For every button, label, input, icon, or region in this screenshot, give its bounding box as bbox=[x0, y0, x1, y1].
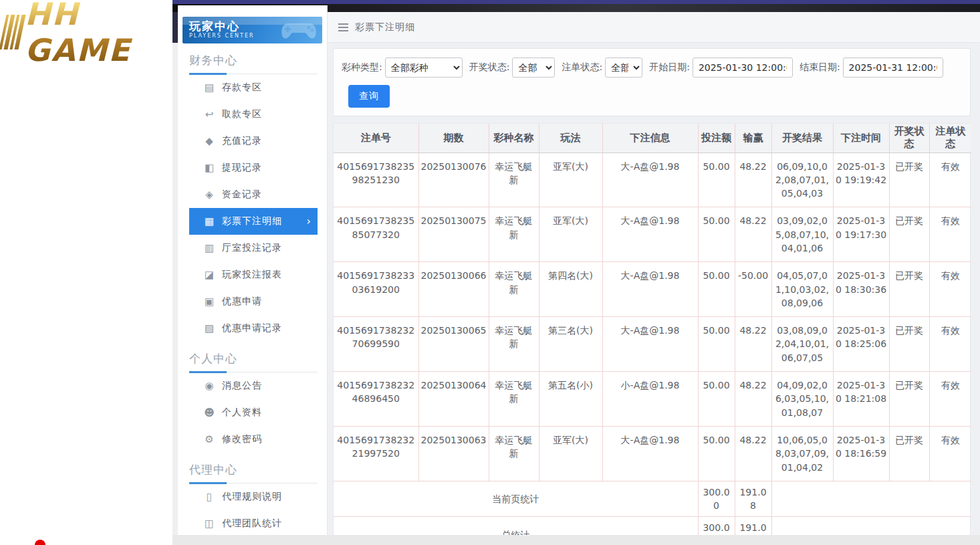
recharge-record-icon: ◆ bbox=[203, 135, 216, 147]
sidebar-item-label: 优惠申请 bbox=[222, 296, 262, 308]
sidebar-item[interactable]: ▦ 彩票下注明细 bbox=[189, 208, 318, 235]
section-personal-label: 个人中心 bbox=[189, 351, 327, 366]
cell-bet-info: 大-A盘@1.98 bbox=[602, 152, 698, 207]
hamburger-icon[interactable] bbox=[338, 23, 348, 31]
sidebar-item[interactable]: ▯ 代理规则说明 bbox=[189, 483, 318, 510]
cell-play: 亚军(大) bbox=[539, 152, 602, 207]
cell-lottery-name: 幸运飞艇新 bbox=[489, 372, 539, 427]
sidebar-item[interactable]: ◧ 提现记录 bbox=[189, 154, 318, 181]
cell-bet-amount: 50.00 bbox=[698, 262, 735, 317]
sidebar-item-label: 代理规则说明 bbox=[222, 491, 282, 503]
summary-row: 当前页统计 300.00 191.08 bbox=[334, 481, 971, 517]
sidebar-item-label: 彩票下注明细 bbox=[222, 215, 282, 227]
column-header: 下注信息 bbox=[602, 124, 698, 152]
withdraw-icon: ↩ bbox=[203, 108, 216, 120]
agent-rules-icon: ▯ bbox=[203, 491, 216, 503]
topbar: 彩票下注明细 bbox=[328, 12, 980, 43]
sidebar-item[interactable]: ◆ 充值记录 bbox=[189, 128, 318, 154]
cell-lottery-name: 幸运飞艇新 bbox=[489, 152, 539, 207]
summary-label: 总统计 bbox=[334, 517, 698, 535]
sidebar-item[interactable]: ◫ 代理团队统计 bbox=[189, 510, 318, 535]
cell-period: 20250130076 bbox=[418, 152, 489, 207]
logo-stripes-icon bbox=[3, 15, 22, 49]
personal-menu: ◉ 消息公告 ☻ 个人资料 ⚙ 修改密码 bbox=[178, 372, 327, 453]
cell-order-status: 有效 bbox=[929, 262, 971, 317]
red-badge-icon bbox=[35, 540, 45, 545]
summary-winloss: 191.08 bbox=[735, 481, 771, 517]
column-header: 期数 bbox=[418, 124, 489, 152]
cell-winloss: 48.22 bbox=[735, 372, 771, 427]
agent-team-icon: ◫ bbox=[203, 518, 216, 530]
sidebar-item-label: 修改密码 bbox=[222, 433, 262, 445]
search-button[interactable]: 查询 bbox=[348, 85, 390, 108]
cell-bet-info: 大-A盘@1.98 bbox=[602, 317, 698, 372]
brand-logo: HH GAME bbox=[3, 12, 172, 52]
draw-status-label: 开奖状态: bbox=[469, 62, 510, 74]
cell-draw-status: 已开奖 bbox=[889, 207, 929, 262]
cell-order-no: 401569173823246896450 bbox=[334, 372, 418, 427]
password-icon: ⚙ bbox=[203, 433, 216, 445]
lottery-bets-icon: ▦ bbox=[203, 215, 216, 227]
player-report-icon: ◪ bbox=[203, 269, 216, 281]
column-header: 下注时间 bbox=[833, 124, 889, 152]
sidebar-item[interactable]: ◈ 资金记录 bbox=[189, 181, 318, 208]
cell-winloss: 48.22 bbox=[735, 207, 771, 262]
brand-panel: HH GAME bbox=[0, 0, 172, 545]
cell-winloss: -50.00 bbox=[735, 262, 771, 317]
order-status-select[interactable]: 全部 bbox=[605, 58, 642, 78]
table-summary: 当前页统计 300.00 191.08 总统计 300.00 191.08 bbox=[334, 481, 971, 535]
column-header: 注单号 bbox=[334, 124, 418, 152]
sidebar-item-label: 取款专区 bbox=[222, 108, 262, 120]
promo-records-icon: ▨ bbox=[203, 322, 216, 334]
bottom-band bbox=[172, 535, 980, 545]
agent-menu: ▯ 代理规则说明 ◫ 代理团队统计 bbox=[178, 483, 327, 535]
cell-bet-info: 小-A盘@1.98 bbox=[602, 372, 698, 427]
table-row: 401569173823221997520 20250130063 幸运飞艇新 … bbox=[334, 426, 971, 481]
sidebar-item[interactable]: ◪ 玩家投注报表 bbox=[189, 261, 318, 288]
hall-bets-icon: ▥ bbox=[203, 242, 216, 254]
table-body: 401569173823598251230 20250130076 幸运飞艇新 … bbox=[334, 152, 971, 481]
sidebar-item-label: 优惠申请记录 bbox=[222, 322, 282, 334]
cell-result: 03,08,09,02,04,10,01,06,07,05 bbox=[771, 317, 833, 372]
sidebar-item[interactable]: ▨ 优惠申请记录 bbox=[189, 315, 318, 342]
funds-record-icon: ◈ bbox=[203, 189, 216, 201]
cell-result: 04,09,02,06,03,05,10,01,08,07 bbox=[771, 372, 833, 427]
sidebar-item[interactable]: ☻ 个人资料 bbox=[189, 399, 318, 426]
sidebar-item[interactable]: ◉ 消息公告 bbox=[189, 372, 318, 399]
sidebar-item[interactable]: ▤ 存款专区 bbox=[189, 74, 318, 101]
cell-result: 04,05,07,01,10,03,02,08,09,06 bbox=[771, 262, 833, 317]
cell-order-no: 401569173823270699590 bbox=[334, 317, 418, 372]
sidebar-item-label: 代理团队统计 bbox=[222, 518, 282, 530]
column-header: 彩种名称 bbox=[489, 124, 539, 152]
cell-play: 第五名(小) bbox=[539, 372, 602, 427]
end-date-input[interactable] bbox=[843, 58, 943, 78]
sidebar-item[interactable]: ▣ 优惠申请 bbox=[189, 288, 318, 315]
table-row: 401569173823585077320 20250130075 幸运飞艇新 … bbox=[334, 207, 971, 262]
lottery-type-label: 彩种类型: bbox=[342, 62, 382, 74]
cell-lottery-name: 幸运飞艇新 bbox=[489, 317, 539, 372]
draw-status-select[interactable]: 全部 bbox=[512, 58, 555, 78]
order-status-label: 注单状态: bbox=[562, 62, 602, 74]
start-date-input[interactable] bbox=[693, 58, 793, 78]
cell-winloss: 48.22 bbox=[735, 152, 771, 207]
sidebar-item[interactable]: ↩ 取款专区 bbox=[189, 101, 318, 128]
cell-bet-amount: 50.00 bbox=[698, 426, 735, 481]
cell-play: 第三名(大) bbox=[539, 317, 602, 372]
lottery-type-select[interactable]: 全部彩种 bbox=[385, 58, 463, 78]
column-header: 输赢 bbox=[735, 124, 771, 152]
panel-divider bbox=[172, 0, 178, 545]
summary-bet-amount: 300.00 bbox=[698, 481, 735, 517]
cell-winloss: 48.22 bbox=[735, 426, 771, 481]
sidebar-title: 玩家中心 bbox=[189, 19, 316, 33]
table-header-row: 注单号期数彩种名称玩法下注信息投注额输赢开奖结果下注时间开奖状态注单状态 bbox=[334, 124, 971, 152]
summary-winloss: 191.08 bbox=[735, 517, 771, 535]
cell-lottery-name: 幸运飞艇新 bbox=[489, 262, 539, 317]
cell-draw-status: 已开奖 bbox=[889, 317, 929, 372]
cell-period: 20250130066 bbox=[418, 262, 489, 317]
column-header: 玩法 bbox=[539, 124, 602, 152]
sidebar-item[interactable]: ⚙ 修改密码 bbox=[189, 426, 318, 453]
sidebar-header: 玩家中心 PLAYERS CENTER bbox=[182, 17, 322, 43]
bet-table: 注单号期数彩种名称玩法下注信息投注额输赢开奖结果下注时间开奖状态注单状态 401… bbox=[334, 124, 971, 535]
cell-order-status: 有效 bbox=[929, 152, 971, 207]
sidebar-item[interactable]: ▥ 厅室投注记录 bbox=[189, 235, 318, 261]
